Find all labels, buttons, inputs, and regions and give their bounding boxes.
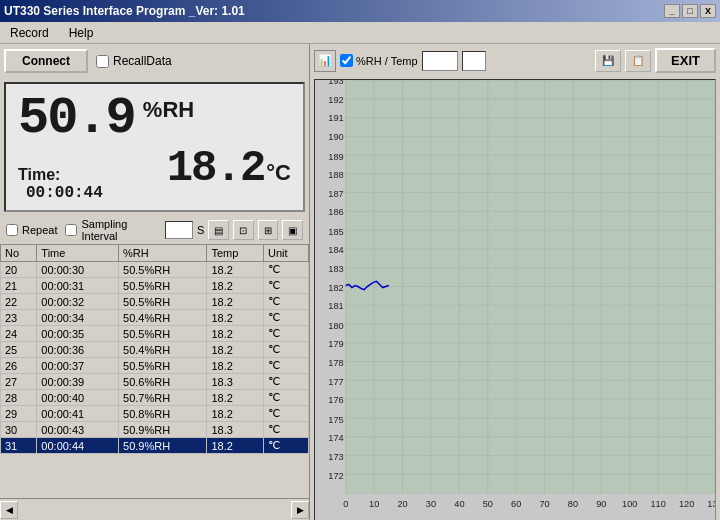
title-bar: UT330 Series Interface Program _Ver: 1.0… [0, 0, 720, 22]
table-row[interactable]: 2700:00:3950.6%RH18.3℃ [1, 374, 309, 390]
svg-text:130: 130 [707, 499, 715, 509]
interval-input[interactable]: 10 [165, 221, 193, 239]
cell-4: ℃ [263, 358, 308, 374]
svg-text:50: 50 [483, 499, 493, 509]
table-row[interactable]: 2300:00:3450.4%RH18.2℃ [1, 310, 309, 326]
time-section: Time: 00:00:44 [18, 166, 103, 202]
svg-text:0: 0 [343, 499, 348, 509]
chart-value1[interactable]: 160 [422, 51, 458, 71]
cell-4: ℃ [263, 438, 308, 454]
cell-2: 50.4%RH [119, 310, 207, 326]
table-row[interactable]: 2500:00:3650.4%RH18.2℃ [1, 342, 309, 358]
cell-2: 50.9%RH [119, 422, 207, 438]
svg-text:174: 174 [328, 433, 343, 443]
chart-checkbox-input[interactable] [340, 54, 353, 67]
cell-0: 20 [1, 262, 37, 278]
cell-2: 50.5%RH [119, 326, 207, 342]
table-row[interactable]: 2800:00:4050.7%RH18.2℃ [1, 390, 309, 406]
cell-3: 18.3 [207, 374, 264, 390]
repeat-label: Repeat [22, 224, 57, 236]
window-title: UT330 Series Interface Program _Ver: 1.0… [4, 4, 245, 18]
cell-0: 28 [1, 390, 37, 406]
cell-3: 18.2 [207, 310, 264, 326]
connect-button[interactable]: Connect [4, 49, 88, 73]
cell-4: ℃ [263, 262, 308, 278]
humidity-unit: %RH [143, 97, 194, 123]
maximize-button[interactable]: □ [682, 4, 698, 18]
title-bar-buttons: _ □ X [664, 4, 716, 18]
time-value: 00:00:44 [26, 184, 103, 202]
cell-1: 00:00:39 [37, 374, 119, 390]
svg-text:100: 100 [622, 499, 637, 509]
cell-1: 00:00:34 [37, 310, 119, 326]
cell-1: 00:00:32 [37, 294, 119, 310]
cell-3: 18.2 [207, 358, 264, 374]
repeat-checkbox[interactable] [6, 224, 18, 236]
cell-4: ℃ [263, 374, 308, 390]
table-row[interactable]: 2900:00:4150.8%RH18.2℃ [1, 406, 309, 422]
recall-checkbox-label: RecallData [96, 54, 172, 68]
cell-3: 18.2 [207, 438, 264, 454]
recall-checkbox-input[interactable] [96, 55, 109, 68]
menu-help[interactable]: Help [63, 24, 100, 42]
svg-text:175: 175 [328, 415, 343, 425]
svg-text:188: 188 [328, 170, 343, 180]
nav-next-button[interactable]: ▶ [291, 501, 309, 519]
chart-label: %RH / Temp [356, 55, 418, 67]
cell-4: ℃ [263, 294, 308, 310]
cell-1: 00:00:35 [37, 326, 119, 342]
icon-btn-4[interactable]: ▣ [282, 220, 303, 240]
cell-1: 00:00:37 [37, 358, 119, 374]
svg-text:189: 189 [328, 151, 343, 161]
table-row[interactable]: 3000:00:4350.9%RH18.3℃ [1, 422, 309, 438]
minimize-button[interactable]: _ [664, 4, 680, 18]
col-temp: Temp [207, 245, 264, 262]
table-row[interactable]: 2400:00:3550.5%RH18.2℃ [1, 326, 309, 342]
svg-text:185: 185 [328, 227, 343, 237]
data-table: No Time %RH Temp Unit 2000:00:3050.5%RH1… [0, 244, 309, 454]
svg-text:10: 10 [369, 499, 379, 509]
cell-2: 50.8%RH [119, 406, 207, 422]
cell-4: ℃ [263, 326, 308, 342]
table-row[interactable]: 2000:00:3050.5%RH18.2℃ [1, 262, 309, 278]
table-row[interactable]: 2100:00:3150.5%RH18.2℃ [1, 278, 309, 294]
svg-text:191: 191 [328, 113, 343, 123]
cell-1: 00:00:36 [37, 342, 119, 358]
cell-1: 00:00:30 [37, 262, 119, 278]
cell-4: ℃ [263, 278, 308, 294]
cell-3: 18.2 [207, 294, 264, 310]
recall-label: RecallData [113, 54, 172, 68]
chart-svg: 193 192 191 190 189 188 187 186 185 184 … [315, 80, 715, 520]
close-button[interactable]: X [700, 4, 716, 18]
chart-save-button[interactable]: 💾 [595, 50, 621, 72]
chart-copy-button[interactable]: 📋 [625, 50, 651, 72]
display-bottom: Time: 00:00:44 18.2 °C [18, 146, 291, 202]
table-row[interactable]: 3100:00:4450.9%RH18.2℃ [1, 438, 309, 454]
table-row[interactable]: 2600:00:3750.5%RH18.2℃ [1, 358, 309, 374]
col-unit: Unit [263, 245, 308, 262]
svg-text:183: 183 [328, 264, 343, 274]
cell-0: 21 [1, 278, 37, 294]
exit-button[interactable]: EXIT [655, 48, 716, 73]
chart-value2[interactable]: 1 [462, 51, 486, 71]
data-table-container: No Time %RH Temp Unit 2000:00:3050.5%RH1… [0, 244, 309, 520]
nav-prev-button[interactable]: ◀ [0, 501, 18, 519]
icon-btn-3[interactable]: ⊞ [258, 220, 279, 240]
cell-0: 22 [1, 294, 37, 310]
table-row[interactable]: 2200:00:3250.5%RH18.2℃ [1, 294, 309, 310]
col-time: Time [37, 245, 119, 262]
icon-btn-2[interactable]: ⊡ [233, 220, 254, 240]
menu-record[interactable]: Record [4, 24, 55, 42]
table-wrapper[interactable]: No Time %RH Temp Unit 2000:00:3050.5%RH1… [0, 244, 309, 498]
temp-unit: °C [266, 160, 291, 186]
display-top: 50.9 %RH [18, 93, 291, 145]
svg-text:172: 172 [328, 471, 343, 481]
top-controls: Connect RecallData [0, 44, 309, 78]
cell-4: ℃ [263, 390, 308, 406]
main-content: Connect RecallData 50.9 %RH Time: 00:00:… [0, 44, 720, 520]
icon-btn-1[interactable]: ▤ [208, 220, 229, 240]
svg-text:90: 90 [596, 499, 606, 509]
svg-text:110: 110 [650, 499, 665, 509]
interval-label: Sampling Interval [81, 218, 160, 242]
interval-checkbox[interactable] [65, 224, 77, 236]
